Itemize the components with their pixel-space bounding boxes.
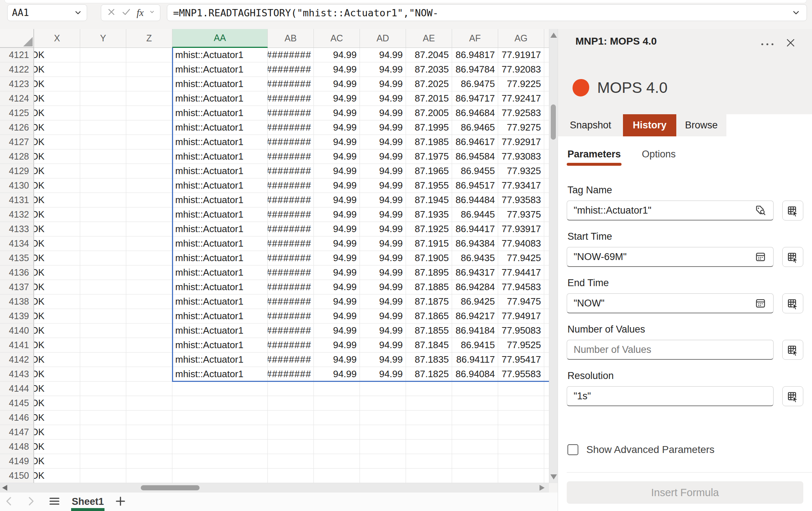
cell-partial[interactable] bbox=[544, 222, 549, 236]
cell-partial[interactable] bbox=[544, 251, 549, 265]
row-header-4136[interactable]: 4136 bbox=[0, 265, 34, 280]
cell[interactable]: ######## bbox=[268, 265, 314, 280]
cell[interactable] bbox=[126, 324, 172, 338]
cell[interactable] bbox=[126, 251, 172, 265]
cell[interactable]: ######## bbox=[268, 164, 314, 178]
cell[interactable]: OK bbox=[34, 91, 80, 106]
cell[interactable]: 94.99 bbox=[360, 77, 406, 91]
cell[interactable]: 87.1835 bbox=[406, 353, 452, 367]
cell-partial[interactable] bbox=[544, 91, 549, 106]
cell[interactable] bbox=[126, 367, 172, 382]
cell[interactable]: 77.92083 bbox=[498, 62, 544, 77]
all-sheets-menu-icon[interactable] bbox=[48, 494, 61, 508]
cell[interactable]: ######## bbox=[268, 251, 314, 265]
cell[interactable]: 94.99 bbox=[314, 178, 360, 193]
row-header-4126[interactable]: 4126 bbox=[0, 120, 34, 135]
cell[interactable] bbox=[126, 396, 172, 411]
resolution-input[interactable]: "1s" bbox=[567, 386, 774, 406]
cell[interactable] bbox=[126, 178, 172, 193]
calendar-icon[interactable] bbox=[754, 297, 767, 309]
tag-name-input[interactable]: "mhist::Actuator1" bbox=[567, 201, 774, 221]
cell[interactable]: mhist::Actuator1 bbox=[172, 207, 268, 222]
cell[interactable] bbox=[360, 469, 406, 483]
cell[interactable]: 94.99 bbox=[314, 164, 360, 178]
cell[interactable] bbox=[126, 440, 172, 454]
cell[interactable] bbox=[406, 411, 452, 425]
cell[interactable] bbox=[172, 469, 268, 483]
tab-browse[interactable]: Browse bbox=[676, 114, 726, 136]
cancel-entry-icon[interactable] bbox=[107, 7, 116, 18]
cell[interactable] bbox=[80, 265, 126, 280]
cell[interactable]: OK bbox=[34, 106, 80, 120]
cell[interactable]: 77.92917 bbox=[498, 135, 544, 149]
cell[interactable] bbox=[126, 77, 172, 91]
cell-partial[interactable] bbox=[544, 440, 549, 454]
cell[interactable]: mhist::Actuator1 bbox=[172, 324, 268, 338]
cell[interactable]: 87.1965 bbox=[406, 164, 452, 178]
cell[interactable]: 94.99 bbox=[360, 106, 406, 120]
cell[interactable]: 87.1885 bbox=[406, 280, 452, 294]
cell[interactable]: ######## bbox=[268, 236, 314, 251]
cell[interactable]: 94.99 bbox=[360, 294, 406, 309]
cell[interactable] bbox=[314, 469, 360, 483]
cell[interactable]: ######## bbox=[268, 149, 314, 164]
cell[interactable]: 86.9455 bbox=[452, 164, 498, 178]
cell[interactable] bbox=[452, 469, 498, 483]
cell[interactable] bbox=[452, 454, 498, 469]
cell[interactable] bbox=[126, 265, 172, 280]
cell[interactable]: OK bbox=[34, 178, 80, 193]
cell-partial[interactable] bbox=[544, 164, 549, 178]
cell-partial[interactable] bbox=[544, 62, 549, 77]
cell[interactable]: OK bbox=[34, 164, 80, 178]
cell[interactable]: 94.99 bbox=[360, 164, 406, 178]
cell[interactable]: 77.95583 bbox=[498, 367, 544, 382]
cell[interactable] bbox=[268, 440, 314, 454]
cell[interactable]: OK bbox=[34, 294, 80, 309]
cell[interactable]: OK bbox=[34, 396, 80, 411]
cell[interactable] bbox=[268, 425, 314, 440]
cell-partial[interactable] bbox=[544, 120, 549, 135]
cell[interactable] bbox=[126, 62, 172, 77]
cell[interactable]: 86.94817 bbox=[452, 48, 498, 62]
cell[interactable] bbox=[126, 207, 172, 222]
vertical-scrollbar-thumb[interactable] bbox=[551, 104, 556, 140]
cell[interactable] bbox=[126, 411, 172, 425]
cell[interactable]: OK bbox=[34, 265, 80, 280]
cell[interactable] bbox=[126, 120, 172, 135]
cell[interactable]: 94.99 bbox=[360, 193, 406, 207]
cell-partial[interactable] bbox=[544, 106, 549, 120]
cell[interactable]: 94.99 bbox=[360, 120, 406, 135]
cell[interactable]: 94.99 bbox=[360, 265, 406, 280]
cell[interactable] bbox=[314, 425, 360, 440]
cell[interactable]: 94.99 bbox=[360, 222, 406, 236]
cell[interactable] bbox=[126, 236, 172, 251]
chevron-down-icon[interactable] bbox=[74, 8, 82, 17]
row-header-4137[interactable]: 4137 bbox=[0, 280, 34, 294]
cell[interactable] bbox=[406, 469, 452, 483]
cell[interactable]: 94.99 bbox=[314, 367, 360, 382]
cell[interactable] bbox=[126, 149, 172, 164]
confirm-entry-icon[interactable] bbox=[121, 7, 131, 18]
cell[interactable] bbox=[126, 382, 172, 396]
cell[interactable]: 94.99 bbox=[314, 251, 360, 265]
cell[interactable] bbox=[126, 353, 172, 367]
row-header-4142[interactable]: 4142 bbox=[0, 353, 34, 367]
cell[interactable] bbox=[126, 164, 172, 178]
cell[interactable] bbox=[452, 440, 498, 454]
cell[interactable] bbox=[498, 396, 544, 411]
cell[interactable]: OK bbox=[34, 222, 80, 236]
cell[interactable]: 94.99 bbox=[360, 207, 406, 222]
cell[interactable]: 86.94284 bbox=[452, 280, 498, 294]
cell[interactable]: 94.99 bbox=[360, 135, 406, 149]
cell[interactable] bbox=[498, 454, 544, 469]
cell[interactable]: 94.99 bbox=[314, 48, 360, 62]
cell[interactable]: mhist::Actuator1 bbox=[172, 178, 268, 193]
cell[interactable] bbox=[80, 149, 126, 164]
cell[interactable]: 94.99 bbox=[314, 309, 360, 324]
cell[interactable] bbox=[172, 440, 268, 454]
cell[interactable]: 77.94083 bbox=[498, 236, 544, 251]
tab-snapshot[interactable]: Snapshot bbox=[558, 114, 623, 136]
cell[interactable]: OK bbox=[34, 469, 80, 483]
cell[interactable]: ######## bbox=[268, 77, 314, 91]
cell-partial[interactable] bbox=[544, 149, 549, 164]
